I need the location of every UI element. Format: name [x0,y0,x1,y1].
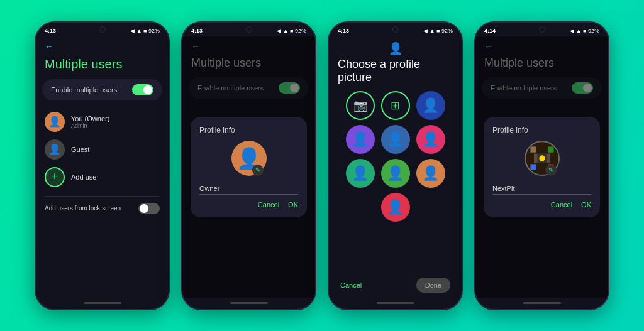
chooser-done[interactable]: Done [416,278,450,293]
user-info-owner: You (Owner) Admin [71,115,109,129]
setting-row-1[interactable]: Enable multiple users [42,79,162,100]
dialog-name-input-2[interactable] [199,183,298,195]
time-2: 4:13 [191,28,203,34]
dialog-overlay-2: Profile info 👤 ✎ Cancel OK [182,36,315,298]
avatar-row-2: 👤 👤 👤 [334,159,457,188]
profile-info-dialog-2: Profile info 👤 ✎ Cancel OK [191,117,307,217]
camera-notch-3 [392,26,399,33]
avatar-owner: 👤 [45,112,65,132]
chooser-title: Choose a profilepicture [334,58,457,91]
lock-screen-row: Add users from lock screen [36,199,169,218]
chooser-top-icon: 👤 [334,36,457,58]
screen-2: ← Multiple users Enable multiple users P… [182,36,315,298]
chooser-cancel[interactable]: Cancel [340,281,362,289]
svg-point-6 [539,155,545,161]
dialog-title-2: Profile info [199,126,298,134]
profile-info-dialog-4: Profile info [484,117,600,217]
battery-1: ◀ ▲ ■ 92% [130,28,160,34]
page-title-1: Multiple users [36,54,169,79]
divider-1 [45,196,160,197]
bottom-bar-1 [36,298,169,309]
avatar-pink[interactable]: 👤 [416,125,445,154]
top-options-row: 📷 ⊞ 👤 [334,91,457,120]
svg-rect-8 [547,153,550,163]
home-indicator-2 [230,302,268,304]
edit-badge-2[interactable]: ✎ [252,165,264,176]
screen-4: ← Multiple users Enable multiple users P… [475,36,608,298]
status-bar-1: 4:13 ◀ ▲ ■ 92% [36,23,169,36]
home-indicator-1 [84,302,121,304]
phone-1: 4:13 ◀ ▲ ■ 92% ← Multiple users Enable m… [35,21,170,310]
user-add[interactable]: + Add user [36,163,169,191]
user-sub-owner: Admin [71,122,109,129]
avatar-add: + [45,167,65,187]
battery-2: ◀ ▲ ■ 92% [277,28,306,34]
back-arrow-1[interactable]: ← [45,41,53,52]
cancel-button-2[interactable]: Cancel [258,201,279,209]
edit-badge-4[interactable]: ✎ [545,165,557,176]
avatar-row-1: 👤 👤 👤 [334,125,457,154]
cancel-button-4[interactable]: Cancel [551,201,572,209]
avatar-blue[interactable]: 👤 [381,125,410,154]
bottom-bar-4 [475,298,608,309]
dialog-avatar-container-4: ✎ [492,141,591,176]
user-info-guest: Guest [71,146,89,153]
user-guest[interactable]: 👤 Guest [36,136,169,163]
enable-label-1: Enable multiple users [51,86,117,94]
camera-notch-1 [99,26,106,33]
time-4: 4:14 [484,28,496,34]
avatar-green[interactable]: 👤 [381,159,410,188]
bottom-bar-2 [182,298,315,309]
avatar-teal[interactable]: 👤 [346,159,375,188]
home-indicator-4 [523,302,561,304]
svg-rect-2 [548,146,553,152]
phone-3: 4:13 ◀ ▲ ■ 92% 👤 Choose a profilepicture… [328,21,463,310]
user-info-add: Add user [71,173,99,181]
lock-label: Add users from lock screen [45,205,121,212]
avatar-row-3: 👤 [334,193,457,222]
dialog-name-input-4[interactable] [492,183,591,195]
nav-bar-1: ← [36,36,169,54]
toggle-1[interactable] [132,84,153,95]
status-bar-4: 4:14 ◀ ▲ ■ 92% [475,23,608,36]
avatar-orange[interactable]: 👤 [416,159,445,188]
status-bar-2: 4:13 ◀ ▲ ■ 92% [182,23,315,36]
phone-2: 4:13 ◀ ▲ ■ 92% ← Multiple users Enable m… [181,21,316,310]
svg-rect-7 [534,153,538,163]
user-list-1: 👤 You (Owner) Admin 👤 Guest + Add user [36,106,169,193]
time-3: 4:13 [338,28,349,34]
avatar-guest: 👤 [45,139,65,160]
user-name-owner: You (Owner) [71,115,109,122]
status-bar-3: 4:13 ◀ ▲ ■ 92% [329,23,462,36]
camera-option[interactable]: 📷 [346,91,375,120]
ok-button-2[interactable]: OK [288,201,298,209]
toggle-lock[interactable] [138,203,160,214]
camera-notch-2 [246,26,252,33]
battery-4: ◀ ▲ ■ 92% [570,28,599,34]
camera-notch-4 [539,26,545,33]
time-1: 4:13 [45,28,56,34]
dialog-actions-2: Cancel OK [199,201,298,209]
avatar-red[interactable]: 👤 [381,193,410,222]
profile-chooser: 👤 Choose a profilepicture 📷 ⊞ 👤 👤 👤 👤 👤 … [329,36,462,298]
user-name-guest: Guest [71,146,89,153]
dialog-avatar-container-2: 👤 ✎ [199,141,298,176]
phone-4: 4:14 ◀ ▲ ■ 92% ← Multiple users Enable m… [474,21,609,310]
bottom-bar-3 [329,298,462,309]
svg-rect-3 [530,164,536,170]
person-option[interactable]: 👤 [416,91,445,120]
svg-rect-1 [530,146,536,152]
dialog-overlay-4: Profile info [475,36,608,298]
chooser-footer: Cancel Done [334,273,457,298]
ok-button-4[interactable]: OK [581,201,591,209]
user-name-add: Add user [71,173,99,181]
screen-1: ← Multiple users Enable multiple users 👤… [36,36,169,298]
dialog-actions-4: Cancel OK [492,201,591,209]
avatar-purple[interactable]: 👤 [346,125,375,154]
dialog-title-4: Profile info [492,126,591,134]
gallery-option[interactable]: ⊞ [381,91,410,120]
battery-3: ◀ ▲ ■ 92% [423,28,453,34]
home-indicator-3 [377,302,414,304]
user-owner[interactable]: 👤 You (Owner) Admin [36,108,169,136]
